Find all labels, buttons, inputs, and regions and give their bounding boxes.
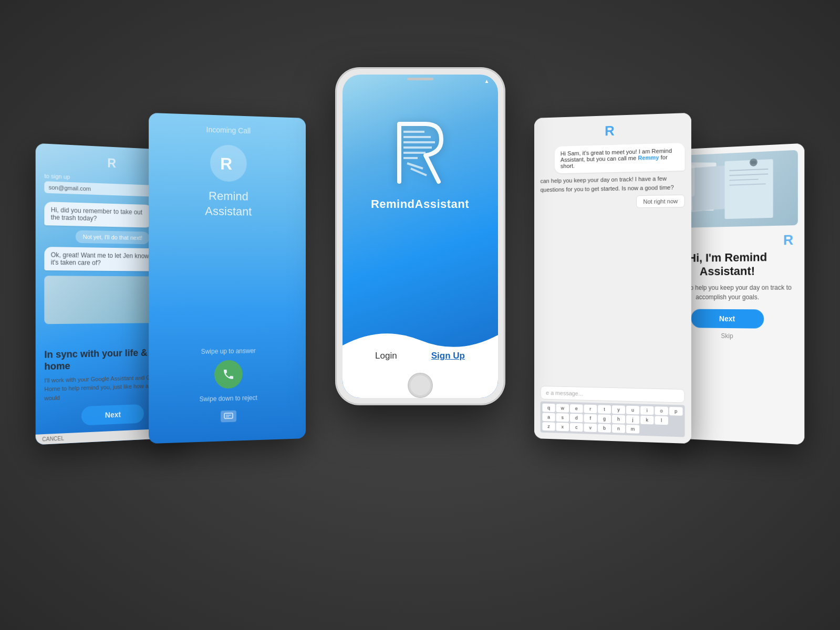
bubble-2: Not yet, I'll do that next! bbox=[75, 230, 149, 244]
app-name-bold: Remind bbox=[371, 197, 415, 211]
caller-avatar: R bbox=[210, 144, 247, 182]
svg-rect-14 bbox=[691, 165, 730, 211]
message-icon[interactable] bbox=[221, 411, 236, 423]
key-h[interactable]: h bbox=[612, 415, 625, 424]
key-a[interactable]: a bbox=[542, 413, 555, 422]
key-v[interactable]: v bbox=[584, 423, 597, 432]
key-o[interactable]: o bbox=[655, 406, 668, 415]
key-d[interactable]: d bbox=[570, 414, 583, 423]
phone-frame: ▲ bbox=[336, 68, 504, 404]
chat-area: Hi Sam, it's great to meet you! I am Rem… bbox=[541, 141, 685, 389]
svg-text:R: R bbox=[220, 154, 232, 173]
login-button[interactable]: Login bbox=[375, 351, 397, 361]
key-z[interactable]: z bbox=[542, 422, 555, 431]
svg-rect-15 bbox=[724, 159, 773, 219]
key-x[interactable]: x bbox=[556, 423, 569, 432]
svg-rect-21 bbox=[751, 161, 756, 164]
incoming-call-label: Incoming Call bbox=[206, 125, 251, 135]
key-r[interactable]: r bbox=[584, 405, 597, 414]
body-text: can help you keep your day on track! I h… bbox=[541, 174, 685, 194]
answer-button[interactable] bbox=[214, 360, 243, 389]
svg-line-10 bbox=[411, 169, 427, 175]
key-q[interactable]: q bbox=[542, 404, 555, 412]
svg-text:R: R bbox=[605, 123, 615, 139]
center-phone: ▲ bbox=[336, 68, 504, 404]
message-input[interactable]: e a message... bbox=[541, 386, 685, 403]
swipe-up-text: Swipe up to answer bbox=[201, 347, 256, 355]
keyboard-mock: q w e r t y u i o p a s d f g h j k l z … bbox=[541, 401, 685, 437]
key-f[interactable]: f bbox=[584, 414, 597, 423]
key-l[interactable]: l bbox=[655, 416, 668, 425]
phone-screen: ▲ bbox=[343, 75, 498, 398]
key-empty-1 bbox=[669, 416, 683, 425]
greeting-bubble: Hi Sam, it's great to meet you! I am Rem… bbox=[554, 143, 685, 173]
caller-name: Remind Assistant bbox=[205, 188, 252, 219]
svg-text:R: R bbox=[783, 232, 793, 247]
key-w[interactable]: w bbox=[556, 404, 569, 413]
key-e[interactable]: e bbox=[570, 404, 583, 413]
key-m[interactable]: m bbox=[626, 425, 639, 434]
phone-wave: Login Sign Up bbox=[343, 314, 498, 398]
bubble-3: Ok, great! Want me to let Jen know it's … bbox=[44, 247, 159, 271]
key-s[interactable]: s bbox=[556, 413, 569, 422]
key-c[interactable]: c bbox=[570, 423, 583, 432]
bubble-1: Hi, did you remember to take out the tra… bbox=[44, 202, 152, 228]
signup-button[interactable]: Sign Up bbox=[431, 351, 465, 361]
key-b[interactable]: b bbox=[598, 424, 611, 433]
status-bar: ▲ bbox=[343, 75, 498, 87]
key-y[interactable]: y bbox=[612, 405, 625, 414]
skip-text[interactable]: Skip bbox=[721, 332, 733, 340]
not-right-now-button[interactable]: Not right now bbox=[636, 195, 685, 208]
svg-text:R: R bbox=[107, 156, 116, 171]
app-name-rest: Assistant bbox=[415, 197, 470, 211]
wifi-icon: ▲ bbox=[484, 78, 490, 84]
key-g[interactable]: g bbox=[598, 414, 611, 423]
key-u[interactable]: u bbox=[626, 406, 639, 415]
key-j[interactable]: j bbox=[626, 415, 639, 424]
card-incoming-call: Incoming Call R Remind Assistant Swipe u… bbox=[149, 113, 306, 444]
card-onboarding-chat: R Hi Sam, it's great to meet you! I am R… bbox=[534, 113, 691, 444]
cr-logo: R bbox=[541, 119, 685, 140]
key-p[interactable]: p bbox=[669, 407, 683, 416]
app-name: RemindAssistant bbox=[371, 197, 469, 211]
key-k[interactable]: k bbox=[640, 416, 654, 425]
app-logo bbox=[389, 119, 452, 187]
svg-rect-2 bbox=[224, 413, 233, 418]
key-n[interactable]: n bbox=[612, 424, 625, 433]
next-button-right[interactable]: Next bbox=[691, 309, 764, 328]
svg-line-9 bbox=[407, 163, 423, 169]
hi-heading: Hi, I'm Remind Assistant! bbox=[688, 250, 767, 279]
nickname-text: Remmy bbox=[638, 154, 659, 161]
bottom-actions: Login Sign Up bbox=[343, 351, 498, 361]
next-button-left[interactable]: Next bbox=[81, 404, 144, 426]
key-t[interactable]: t bbox=[598, 405, 611, 414]
key-i[interactable]: i bbox=[640, 406, 654, 415]
swipe-down-text: Swipe down to reject bbox=[200, 394, 257, 403]
